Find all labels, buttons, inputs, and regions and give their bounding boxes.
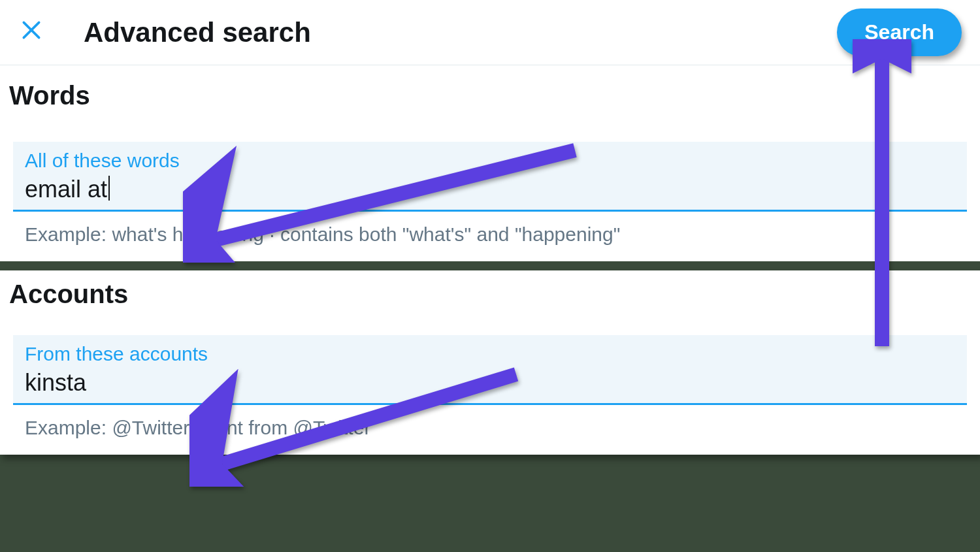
accounts-panel: Accounts From these accounts Example: @T…: [0, 270, 980, 455]
search-button[interactable]: Search: [837, 8, 962, 56]
all-words-label: All of these words: [25, 150, 955, 172]
from-accounts-input[interactable]: [25, 368, 955, 398]
top-panel: Advanced search Search Words All of thes…: [0, 0, 980, 261]
accounts-section: Accounts From these accounts Example: @T…: [0, 270, 980, 455]
words-heading: Words: [9, 81, 967, 110]
from-accounts-example: Example: @Twitter · sent from @Twitter: [13, 405, 967, 448]
accounts-heading: Accounts: [9, 280, 967, 309]
close-icon[interactable]: [18, 17, 44, 48]
all-words-field-wrap[interactable]: All of these words email at: [13, 142, 967, 212]
text-cursor: [108, 176, 110, 201]
from-accounts-field-wrap[interactable]: From these accounts: [13, 335, 967, 405]
modal-header: Advanced search Search: [0, 0, 980, 65]
all-words-input[interactable]: email at: [25, 174, 107, 204]
page-title: Advanced search: [84, 17, 837, 48]
words-section: Words All of these words email at Exampl…: [0, 65, 980, 261]
all-words-example: Example: what's happening · contains bot…: [13, 212, 967, 255]
from-accounts-label: From these accounts: [25, 343, 955, 365]
